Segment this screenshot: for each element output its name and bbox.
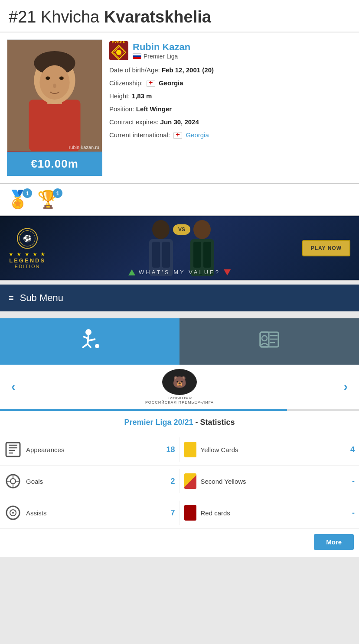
international-link[interactable]: Georgia xyxy=(186,131,209,139)
red-card-icon xyxy=(184,505,196,521)
tab-profile-icon xyxy=(258,329,280,354)
trophy-cup[interactable]: 🏆 1 xyxy=(37,189,59,210)
ad-triangle-up-icon xyxy=(128,269,135,275)
svg-text:⚽: ⚽ xyxy=(23,234,32,242)
league-logo: 🐻 ТИНЬКОФФ РОССИЙСКАЯ ПРЕМЬЕР-ЛИГА xyxy=(145,369,214,405)
svg-rect-22 xyxy=(203,242,211,268)
dob-row: Date of birth/Age: Feb 12, 2001 (20) xyxy=(109,64,352,77)
second-yellow-card-icon xyxy=(184,473,196,489)
second-yellows-label: Second Yellows xyxy=(201,478,338,485)
club-logo: РУБИН xyxy=(109,41,128,60)
svg-point-15 xyxy=(152,220,170,239)
svg-line-27 xyxy=(83,337,88,338)
club-name: Rubin Kazan xyxy=(133,42,190,53)
stat-second-yellows: Second Yellows - xyxy=(180,466,359,497)
svg-point-49 xyxy=(12,512,14,514)
svg-line-25 xyxy=(82,344,88,348)
dob-label: Date of birth/Age: xyxy=(109,66,160,74)
player-value-badge: €10.00m xyxy=(7,152,102,176)
player-photo: rubin-kazan.ru xyxy=(7,39,102,152)
georgia-flag-icon xyxy=(147,81,155,87)
trophy-person-count: 1 xyxy=(23,188,32,198)
russia-flag-icon xyxy=(133,53,141,59)
tabs-container xyxy=(0,318,359,365)
stats-league-title: Premier Liga 20/21 xyxy=(124,418,193,427)
international-row: Current international: Georgia xyxy=(109,129,352,142)
svg-point-29 xyxy=(95,344,99,348)
international-label: Current international: xyxy=(109,131,170,139)
trophies-row: 🏅 1 🏆 1 xyxy=(0,184,359,216)
ad-play-button[interactable]: PLAY NOW xyxy=(302,240,350,256)
contract-row: Contract expires: Jun 30, 2024 xyxy=(109,116,352,129)
trophy-cup-count: 1 xyxy=(53,188,62,198)
sub-menu-icon: ≡ xyxy=(9,293,14,303)
tab-stats[interactable] xyxy=(0,318,180,365)
more-button[interactable]: More xyxy=(314,534,354,550)
photo-watermark: rubin-kazan.ru xyxy=(69,145,99,150)
svg-rect-18 xyxy=(162,242,170,268)
stat-goals: Goals 2 xyxy=(0,466,180,497)
stat-yellow-cards: Yellow Cards 4 xyxy=(180,434,359,465)
position-row: Position: Left Winger xyxy=(109,103,352,116)
svg-point-8 xyxy=(53,84,56,88)
player-card: rubin-kazan.ru €10.00m РУБИН xyxy=(0,32,359,184)
svg-rect-21 xyxy=(193,242,201,268)
next-league-button[interactable]: › xyxy=(339,378,352,395)
club-row: РУБИН Rubin Kazan Premier Liga xyxy=(109,41,352,60)
goals-label: Goals xyxy=(26,478,158,485)
svg-point-6 xyxy=(46,76,50,80)
assists-label: Assists xyxy=(26,509,158,517)
trophy-person[interactable]: 🏅 1 xyxy=(7,189,29,210)
ad-vs-badge: VS xyxy=(173,224,190,235)
position-value: Left Winger xyxy=(136,105,172,113)
player-silhouette xyxy=(7,39,102,152)
svg-rect-17 xyxy=(152,242,160,268)
height-row: Height: 1,83 m xyxy=(109,90,352,103)
stats-title: Premier Liga 20/21 - Statistics xyxy=(0,411,359,434)
svg-point-42 xyxy=(10,479,16,484)
ad-legends-section: ⚽ ★ ★ ★ ★ ★ LEGENDS EDITION xyxy=(9,227,46,269)
citizenship-value: Georgia xyxy=(159,79,183,87)
tinkoff-brand: ТИНЬКОФФ xyxy=(145,396,214,400)
stat-row-appearances-yellow: Appearances 18 Yellow Cards 4 xyxy=(0,434,359,466)
appearances-label: Appearances xyxy=(26,446,158,453)
svg-point-32 xyxy=(262,336,267,341)
svg-line-26 xyxy=(88,344,91,348)
league-selector: ‹ 🐻 ТИНЬКОФФ РОССИЙСКАЯ ПРЕМЬЕР-ЛИГА › xyxy=(0,365,359,409)
tab-profile[interactable] xyxy=(180,318,359,365)
svg-point-7 xyxy=(59,76,64,80)
svg-rect-1 xyxy=(29,100,81,151)
ad-triangle-down-icon xyxy=(224,269,231,275)
yellow-cards-label: Yellow Cards xyxy=(201,446,338,453)
tinkoff-sublabel: РОССИЙСКАЯ ПРЕМЬЕР-ЛИГА xyxy=(145,400,214,405)
tinkoff-logo: 🐻 xyxy=(162,369,197,395)
height-label: Height: xyxy=(109,92,130,100)
player-number: #21 xyxy=(9,8,36,26)
goals-icon xyxy=(4,472,22,490)
citizenship-row: Citizenship: Georgia xyxy=(109,77,352,90)
stat-assists: Assists 7 xyxy=(0,497,180,528)
league-row: Premier Liga xyxy=(133,53,190,60)
height-value: 1,83 m xyxy=(132,92,152,100)
appearances-value: 18 xyxy=(162,445,175,454)
league-name: Premier Liga xyxy=(144,53,178,60)
tab-stats-icon xyxy=(79,329,101,354)
red-cards-value: - xyxy=(342,508,355,518)
player-first-name: Khvicha xyxy=(41,8,99,26)
ad-banner[interactable]: ⚽ ★ ★ ★ ★ ★ LEGENDS EDITION VS WHAT'S MY… xyxy=(0,216,359,281)
player-photo-wrap: rubin-kazan.ru €10.00m xyxy=(7,39,102,176)
sub-menu-label: Sub Menu xyxy=(20,292,63,304)
red-cards-label: Red cards xyxy=(201,509,338,517)
appearances-icon xyxy=(4,441,22,458)
tinkoff-bear-icon: 🐻 xyxy=(173,375,186,389)
svg-point-5 xyxy=(39,65,69,100)
ad-edition-text: EDITION xyxy=(9,263,46,269)
stat-appearances: Appearances 18 xyxy=(0,434,180,465)
assists-value: 7 xyxy=(162,508,175,518)
svg-point-19 xyxy=(193,220,211,239)
prev-league-button[interactable]: ‹ xyxy=(7,378,20,395)
sub-menu-bar[interactable]: ≡ Sub Menu xyxy=(0,285,359,311)
stats-section: Premier Liga 20/21 - Statistics Appearan… xyxy=(0,411,359,557)
yellow-cards-value: 4 xyxy=(342,445,355,454)
ad-stars: ★ ★ ★ ★ ★ xyxy=(9,251,46,257)
